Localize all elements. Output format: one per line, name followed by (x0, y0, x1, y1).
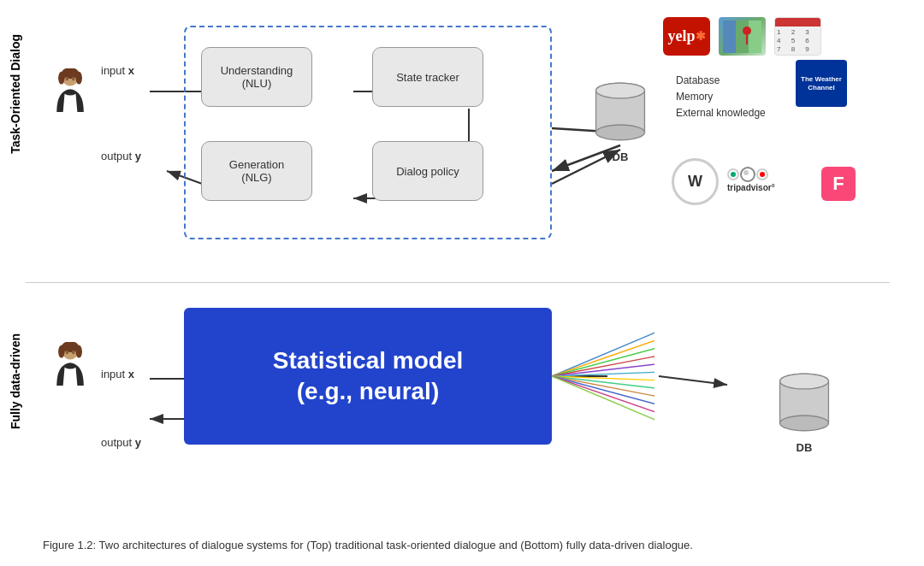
neural-network-wires (552, 325, 654, 427)
avatar-bottom (47, 342, 94, 398)
calendar-logo: 123 456 789 (774, 17, 821, 56)
map-logo (719, 17, 766, 56)
foursquare-logo: F (821, 167, 856, 201)
input-x-top: input x (101, 64, 134, 77)
yelp-logo: yelp✱ (663, 17, 710, 56)
svg-point-18 (65, 77, 68, 81)
wikipedia-logo: W (672, 158, 719, 205)
input-x-bottom: input x (101, 368, 134, 380)
svg-marker-26 (749, 21, 761, 53)
figure-caption: Figure 1.2: Two architectures of dialogu… (43, 537, 856, 554)
section-label-bottom: Fully data-driven (9, 333, 34, 429)
svg-point-32 (65, 351, 68, 355)
state-tracker-box: State tracker (372, 47, 483, 107)
svg-point-22 (596, 125, 645, 140)
weather-channel-logo: The Weather Channel (796, 60, 847, 107)
nlu-box: Understanding(NLU) (201, 47, 312, 107)
svg-point-19 (72, 77, 75, 81)
db-top: DB (590, 77, 650, 163)
svg-point-27 (743, 27, 751, 35)
svg-point-31 (76, 345, 82, 358)
db-label-top: DB (590, 150, 650, 163)
svg-point-33 (72, 351, 75, 355)
svg-point-16 (58, 72, 64, 85)
section-divider (26, 282, 890, 283)
output-y-top: output y (101, 150, 141, 162)
db-bottom: DB (774, 368, 834, 454)
svg-marker-25 (723, 21, 736, 53)
tripadvisor-logo: tripadvisor° (727, 167, 775, 192)
dialog-policy-box: Dialog policy (372, 141, 483, 201)
svg-line-36 (552, 349, 654, 376)
logos-area: yelp✱ 123 456 789 The Weather Channel W (663, 17, 851, 274)
svg-line-13 (659, 376, 727, 385)
svg-point-23 (596, 83, 645, 98)
avatar-top (47, 68, 94, 124)
statistical-model-box: Statistical model(e.g., neural) (184, 308, 552, 445)
output-y-bottom: output y (101, 436, 141, 449)
svg-point-17 (76, 72, 82, 85)
svg-line-43 (552, 376, 654, 404)
svg-point-49 (780, 374, 829, 389)
db-label-bottom: DB (774, 441, 834, 454)
svg-point-30 (58, 345, 64, 358)
svg-point-48 (780, 416, 829, 431)
nlg-box: Generation(NLG) (201, 141, 312, 201)
section-label-top: Task-Oriented Dialog (9, 34, 34, 154)
